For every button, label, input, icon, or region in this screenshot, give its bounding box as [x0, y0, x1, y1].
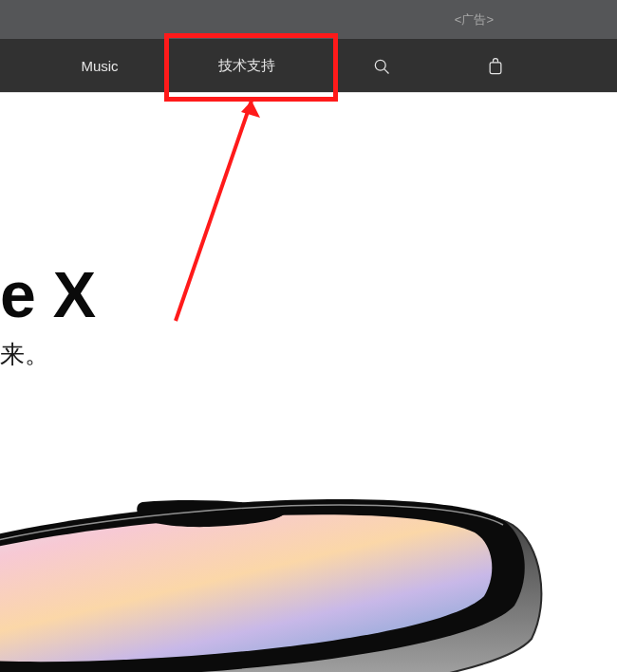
nav-bar: Music 技术支持: [0, 39, 617, 93]
hero-sub: 来。: [0, 338, 49, 371]
hero-headline: e X: [0, 257, 96, 331]
search-icon: [372, 57, 391, 76]
nav-music[interactable]: Music: [62, 39, 138, 93]
svg-point-0: [375, 60, 385, 70]
product-image: [0, 487, 617, 672]
hero-content: e X 来。: [0, 93, 617, 672]
svg-line-1: [384, 68, 389, 73]
svg-rect-2: [490, 62, 501, 73]
nav-support-label: 技术支持: [218, 57, 275, 75]
bag-icon: [486, 57, 505, 76]
ad-label: <广告>: [455, 11, 494, 28]
browser-top-bar: <广告>: [0, 0, 617, 39]
nav-support[interactable]: 技术支持: [195, 39, 299, 93]
nav-search[interactable]: [361, 39, 402, 93]
nav-bag[interactable]: [475, 39, 516, 93]
nav-music-label: Music: [81, 58, 118, 74]
